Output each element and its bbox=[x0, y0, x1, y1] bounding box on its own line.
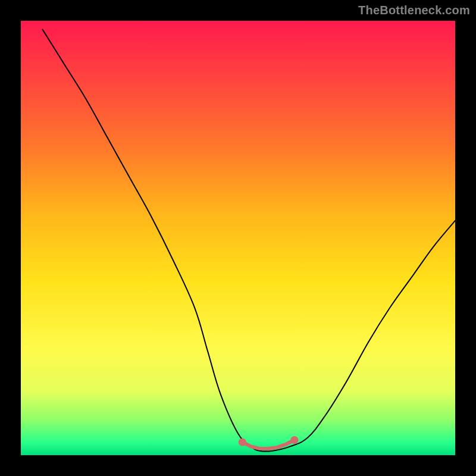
chart-frame: TheBottleneck.com bbox=[0, 0, 476, 476]
plot-area bbox=[21, 21, 455, 455]
optimal-band-dots bbox=[21, 21, 455, 455]
watermark-text: TheBottleneck.com bbox=[358, 4, 470, 17]
svg-point-0 bbox=[239, 439, 246, 446]
svg-point-1 bbox=[290, 436, 298, 444]
